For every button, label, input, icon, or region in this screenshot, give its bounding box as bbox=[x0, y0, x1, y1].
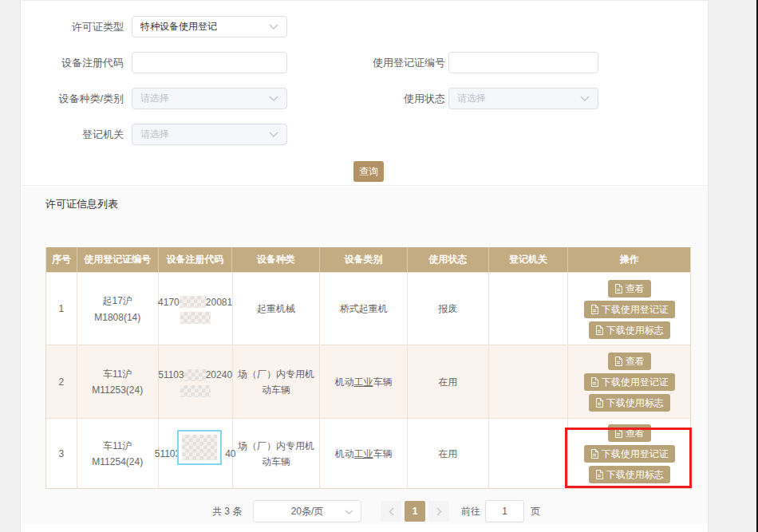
table-row: 3 车11沪M11254(24) 5110340 场（厂）内专用机动车辆 机动工… bbox=[46, 418, 690, 488]
col-header-authority: 登记机关 bbox=[489, 247, 569, 272]
cell-status: 报废 bbox=[408, 273, 489, 345]
equipment-kind-select[interactable]: 请选择 bbox=[132, 88, 287, 109]
cell-no: 3 bbox=[46, 419, 77, 489]
view-button[interactable]: 查看 bbox=[608, 353, 651, 370]
list-title: 许可证信息列表 bbox=[45, 197, 118, 211]
reg-code-suffix: 20240 bbox=[206, 367, 232, 383]
cell-kind: 起重机械 bbox=[233, 273, 321, 345]
download-cert-button[interactable]: 下载使用登记证 bbox=[584, 373, 675, 391]
cell-authority bbox=[489, 419, 569, 489]
annotation-selection-box bbox=[177, 430, 222, 465]
left-gutter bbox=[0, 0, 21, 532]
registry-org-select[interactable]: 请选择 bbox=[132, 124, 287, 145]
total-count: 共 3 条 bbox=[212, 500, 242, 522]
chevron-down-icon bbox=[269, 24, 278, 30]
license-type-value: 特种设备使用登记 bbox=[140, 20, 264, 33]
col-header-reg-code: 设备注册代码 bbox=[159, 247, 233, 272]
cell-kind: 场（厂）内专用机动车辆 bbox=[233, 419, 321, 489]
redaction-blur bbox=[180, 385, 211, 397]
equipment-kind-placeholder: 请选择 bbox=[140, 92, 264, 105]
cell-status: 在用 bbox=[408, 419, 489, 489]
use-status-select[interactable]: 请选择 bbox=[448, 88, 598, 109]
document-icon bbox=[590, 305, 598, 314]
cell-reg-code: 5110320240 bbox=[159, 345, 233, 419]
download-mark-button[interactable]: 下载使用标志 bbox=[589, 394, 670, 412]
table-header-row: 序号 使用登记证编号 设备注册代码 设备种类 设备类别 使用状态 登记机关 操作 bbox=[46, 247, 690, 272]
page-1-button[interactable]: 1 bbox=[405, 501, 425, 522]
chevron-left-icon bbox=[389, 507, 394, 516]
document-icon bbox=[590, 449, 598, 459]
view-button[interactable]: 查看 bbox=[608, 424, 651, 442]
cell-authority bbox=[489, 273, 569, 345]
reg-code-prefix: 4170 bbox=[158, 294, 180, 310]
cell-no: 1 bbox=[46, 273, 77, 345]
view-button[interactable]: 查看 bbox=[608, 280, 651, 298]
equipment-reg-code-input[interactable] bbox=[132, 52, 287, 73]
license-type-label: 许可证类型 bbox=[36, 16, 124, 37]
next-page-button[interactable] bbox=[428, 501, 449, 522]
document-icon bbox=[595, 470, 603, 479]
redaction-blur bbox=[180, 296, 206, 308]
col-header-category: 设备类别 bbox=[320, 247, 408, 272]
download-cert-button[interactable]: 下载使用登记证 bbox=[584, 445, 675, 463]
use-status-placeholder: 请选择 bbox=[457, 92, 575, 105]
query-button[interactable]: 查询 bbox=[353, 161, 384, 182]
table-row: 1 起17沪M1808(14) 417020081 起重机械 桥式起重机 报废 … bbox=[46, 272, 690, 345]
chevron-down-icon bbox=[269, 96, 278, 101]
license-query-page: 许可证类型 特种设备使用登记 设备注册代码 使用登记证编号 设备种类/类别 请选… bbox=[0, 0, 758, 532]
col-header-operations: 操作 bbox=[568, 247, 690, 272]
use-cert-no-label: 使用登记证编号 bbox=[357, 52, 445, 73]
document-icon bbox=[614, 357, 622, 366]
cell-reg-code: 417020081 bbox=[159, 273, 233, 345]
cell-operations: 查看 下载使用登记证 下载使用标志 bbox=[568, 345, 690, 419]
cell-category: 桥式起重机 bbox=[320, 273, 408, 345]
cell-status: 在用 bbox=[408, 345, 489, 419]
redaction-blur bbox=[182, 435, 217, 460]
col-header-kind: 设备种类 bbox=[232, 247, 320, 272]
license-type-select[interactable]: 特种设备使用登记 bbox=[132, 16, 287, 37]
page-size-select[interactable]: 20条/页 bbox=[253, 500, 361, 522]
document-icon bbox=[595, 398, 603, 408]
cell-cert-no: 车11沪M11253(24) bbox=[77, 345, 159, 419]
chevron-down-icon bbox=[269, 132, 278, 137]
cell-operations: 查看 下载使用登记证 下载使用标志 bbox=[568, 419, 690, 489]
prev-page-button[interactable] bbox=[381, 501, 401, 522]
download-cert-button[interactable]: 下载使用登记证 bbox=[584, 301, 675, 318]
document-icon bbox=[595, 325, 603, 335]
col-header-status: 使用状态 bbox=[408, 247, 489, 272]
cell-category: 机动工业车辆 bbox=[320, 345, 408, 419]
chevron-down-icon bbox=[580, 96, 590, 101]
license-table: 序号 使用登记证编号 设备注册代码 设备种类 设备类别 使用状态 登记机关 操作… bbox=[45, 247, 691, 489]
col-header-no: 序号 bbox=[46, 247, 77, 272]
cell-cert-no: 车11沪M11254(24) bbox=[77, 419, 159, 489]
document-icon bbox=[614, 284, 622, 294]
equipment-reg-code-label: 设备注册代码 bbox=[36, 52, 124, 73]
goto-label: 前往 bbox=[461, 500, 480, 522]
cell-no: 2 bbox=[46, 345, 77, 419]
pagination: 共 3 条 20条/页 1 前往 页 bbox=[0, 500, 758, 522]
page-unit-label: 页 bbox=[531, 500, 540, 522]
reg-code-suffix: 40 bbox=[225, 446, 235, 462]
goto-page-input[interactable] bbox=[485, 500, 524, 522]
use-status-label: 使用状态 bbox=[357, 88, 445, 109]
cell-authority bbox=[489, 345, 569, 419]
cell-category: 机动工业车辆 bbox=[320, 419, 408, 489]
equipment-kind-label: 设备种类/类别 bbox=[36, 88, 124, 109]
chevron-right-icon bbox=[436, 507, 442, 516]
cell-operations: 查看 下载使用登记证 下载使用标志 bbox=[568, 273, 690, 345]
reg-code-suffix: 20081 bbox=[206, 294, 232, 310]
col-header-cert-no: 使用登记证编号 bbox=[77, 247, 159, 272]
table-row: 2 车11沪M11253(24) 5110320240 场（厂）内专用机动车辆 … bbox=[46, 345, 690, 418]
document-icon bbox=[590, 377, 598, 387]
use-cert-no-input[interactable] bbox=[448, 52, 598, 73]
reg-code-prefix: 51103 bbox=[158, 367, 184, 383]
cell-reg-code: 5110340 bbox=[159, 419, 233, 489]
download-mark-button[interactable]: 下载使用标志 bbox=[589, 321, 670, 339]
document-icon bbox=[614, 428, 622, 438]
redaction-blur bbox=[180, 312, 211, 324]
cell-cert-no: 起17沪M1808(14) bbox=[77, 273, 159, 345]
cell-kind: 场（厂）内专用机动车辆 bbox=[233, 345, 321, 419]
download-mark-button[interactable]: 下载使用标志 bbox=[589, 466, 670, 483]
page-size-value: 20条/页 bbox=[291, 505, 324, 518]
redaction-blur bbox=[184, 369, 206, 381]
